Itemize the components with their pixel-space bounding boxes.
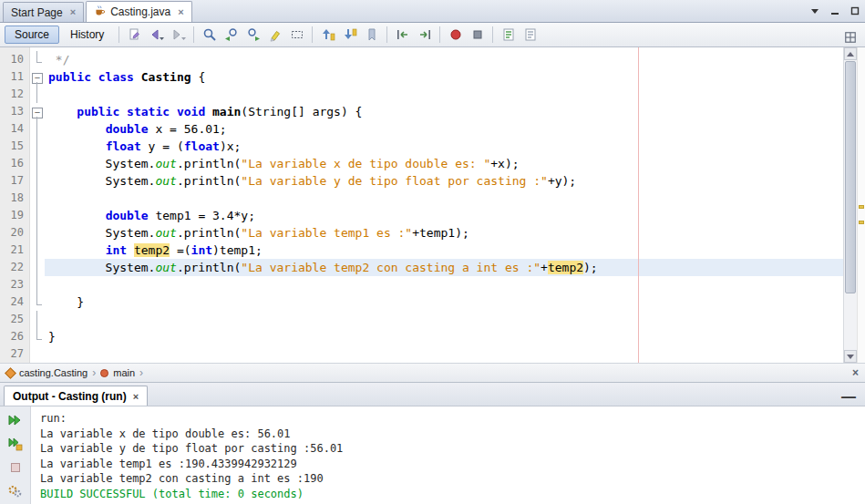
minimize-icon[interactable] <box>829 5 841 17</box>
code-line[interactable]: 17 System.out.println("La variable y de … <box>0 172 865 190</box>
toolbar-separator <box>439 26 440 43</box>
code-line[interactable]: 14 double x = 56.01; <box>0 120 865 138</box>
error-stripe[interactable] <box>857 47 865 363</box>
code-line[interactable]: 22 System.out.println("La variable temp2… <box>0 259 865 276</box>
comment-icon[interactable] <box>498 25 519 45</box>
line-number: 22 <box>0 259 30 276</box>
fold-margin <box>30 328 45 345</box>
code-text: System.out.println("La variable temp2 co… <box>45 259 865 276</box>
rerun-with-options-icon[interactable] <box>5 435 26 452</box>
scroll-up-icon[interactable] <box>844 47 857 60</box>
back-icon[interactable] <box>146 25 167 45</box>
occurrence-mark[interactable] <box>859 221 864 224</box>
code-line[interactable]: 10 */ <box>0 51 865 68</box>
code-fold-toggle-icon[interactable] <box>30 103 45 120</box>
close-icon[interactable]: × <box>133 391 139 402</box>
code-line[interactable]: 21 int temp2 =(int)temp1; <box>0 242 865 259</box>
code-text: } <box>45 328 865 345</box>
next-bookmark-icon[interactable] <box>339 25 360 45</box>
code-text: */ <box>45 51 865 68</box>
editor-grid-icon[interactable] <box>839 27 860 47</box>
shift-right-icon[interactable] <box>414 25 435 45</box>
code-text <box>45 311 865 328</box>
rectangular-selection-icon[interactable] <box>286 25 307 45</box>
minimize-icon[interactable]: — <box>841 389 856 406</box>
code-editor[interactable]: 10 */11public class Casting {1213 public… <box>0 47 865 363</box>
tab-controls <box>808 5 861 17</box>
source-button[interactable]: Source <box>5 26 59 44</box>
code-line[interactable]: 11public class Casting { <box>0 68 865 86</box>
find-icon[interactable] <box>199 25 220 45</box>
code-line[interactable]: 25 <box>0 311 865 328</box>
output-line: La variable y de tipo float por casting … <box>40 441 856 457</box>
stop-icon[interactable] <box>5 459 26 477</box>
uncomment-icon[interactable] <box>520 25 541 45</box>
breadcrumb-item-class[interactable]: casting.Casting <box>19 367 88 378</box>
code-line[interactable]: 19 double temp1 = 3.4*y; <box>0 207 865 224</box>
code-line[interactable]: 20 System.out.println("La variable temp1… <box>0 224 865 242</box>
output-tabbar: Output - Casting (run) × — <box>0 383 865 406</box>
tab-list-icon[interactable] <box>808 5 821 17</box>
toggle-highlight-icon[interactable] <box>264 25 285 45</box>
code-text: System.out.println("La variable x de tip… <box>45 155 865 172</box>
code-line[interactable]: 12 <box>0 86 865 103</box>
code-fold-toggle-icon[interactable] <box>30 68 45 86</box>
document-tabbar: Start Page × Casting.java × <box>0 0 865 23</box>
output-text[interactable]: run:La variable x de tipo double es: 56.… <box>31 406 865 504</box>
occurrence-mark[interactable] <box>859 205 864 209</box>
close-icon[interactable]: × <box>70 7 76 17</box>
line-number: 12 <box>0 86 30 103</box>
line-number: 11 <box>0 68 30 86</box>
line-number: 20 <box>0 224 30 242</box>
code-line[interactable]: 18 <box>0 190 865 207</box>
maximize-icon[interactable] <box>849 5 861 17</box>
code-line[interactable]: 23 <box>0 276 865 293</box>
close-icon[interactable]: × <box>852 366 859 379</box>
fold-margin <box>30 120 45 138</box>
tab-casting-java[interactable]: Casting.java × <box>86 1 191 22</box>
line-number: 27 <box>0 345 30 363</box>
fold-margin <box>30 259 45 276</box>
last-edit-location-icon[interactable] <box>124 25 145 45</box>
code-line[interactable]: 15 float y = (float)x; <box>0 138 865 155</box>
editor-lines: 10 */11public class Casting {1213 public… <box>0 47 865 363</box>
code-text <box>45 86 865 103</box>
find-previous-icon[interactable] <box>221 25 242 45</box>
code-line[interactable]: 26} <box>0 328 865 345</box>
fold-margin <box>30 242 45 259</box>
line-number: 17 <box>0 172 30 190</box>
line-number: 14 <box>0 120 30 138</box>
rerun-icon[interactable] <box>5 411 26 428</box>
history-button[interactable]: History <box>60 26 114 44</box>
tab-start-page[interactable]: Start Page × <box>3 2 84 22</box>
chevron-right-icon: › <box>139 366 143 379</box>
code-line[interactable]: 13 public static void main(String[] args… <box>0 103 865 120</box>
record-macro-icon[interactable] <box>445 25 466 45</box>
code-text: double x = 56.01; <box>45 120 865 138</box>
scroll-down-icon[interactable] <box>844 350 857 363</box>
fold-margin <box>30 86 45 103</box>
line-number: 24 <box>0 293 30 311</box>
shift-left-icon[interactable] <box>392 25 413 45</box>
output-toolbar <box>0 406 31 504</box>
forward-icon[interactable] <box>168 25 189 45</box>
scrollbar-thumb[interactable] <box>845 61 856 293</box>
find-next-icon[interactable] <box>242 25 263 45</box>
netbeans-window: Start Page × Casting.java × Source Histo… <box>0 0 865 504</box>
close-icon[interactable]: × <box>178 7 183 17</box>
editor-vertical-scrollbar[interactable] <box>843 47 857 363</box>
breadcrumb-item-method[interactable]: main <box>113 367 135 378</box>
previous-bookmark-icon[interactable] <box>317 25 338 45</box>
stop-macro-icon[interactable] <box>467 25 488 45</box>
output-line: run: <box>40 411 856 427</box>
code-line[interactable]: 27 <box>0 345 865 363</box>
line-number: 23 <box>0 276 30 293</box>
code-line[interactable]: 16 System.out.println("La variable x de … <box>0 155 865 172</box>
output-tab[interactable]: Output - Casting (run) × <box>4 386 148 406</box>
toggle-bookmark-icon[interactable] <box>361 25 382 45</box>
editor-toolbar: Source History <box>0 23 865 47</box>
fold-margin <box>30 345 45 363</box>
line-number: 15 <box>0 138 30 155</box>
settings-icon[interactable] <box>5 483 26 500</box>
code-line[interactable]: 24 } <box>0 293 865 311</box>
